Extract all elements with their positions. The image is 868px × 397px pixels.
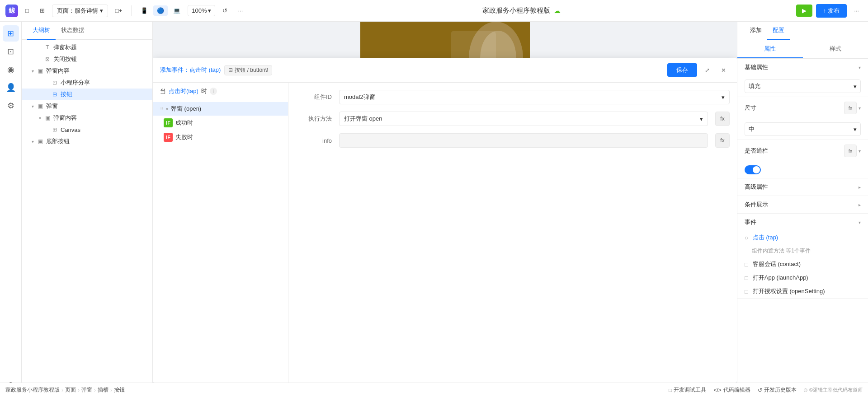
debug-tool-btn[interactable]: □ 开发调试工具: [669, 386, 706, 394]
step-expand-arrow[interactable]: ▾: [166, 107, 168, 112]
field-value-component-id[interactable]: modal2弹窗 ▾: [339, 90, 730, 104]
tree-arrow-modal[interactable]: ▾: [29, 103, 36, 110]
breadcrumb-2[interactable]: 页面: [65, 386, 76, 394]
tree-item-modal-title[interactable]: ▸ T 弹窗标题: [22, 42, 152, 53]
toolbar-more-btn[interactable]: ···: [850, 5, 863, 16]
props-event-launchapp[interactable]: □ 打开App (launchApp): [737, 271, 868, 285]
props-row-fill: 填充 ▾: [737, 76, 868, 97]
props-section-conditional-header[interactable]: 条件展示 ▸: [737, 196, 868, 213]
field-input-info[interactable]: [339, 133, 708, 148]
event-branch-success[interactable]: IF 成功时: [153, 116, 288, 130]
field-value-text-component-id: modal2弹窗: [344, 93, 375, 101]
tree-arrow-modal-content[interactable]: ▾: [29, 67, 36, 75]
props-section-navbar-header[interactable]: 是否通栏 fx ▾: [737, 140, 868, 162]
tree-icon-close-btn: ⊠: [43, 55, 52, 63]
field-fx-method[interactable]: fx: [715, 112, 730, 126]
tree-item-bottom-btn[interactable]: ▾ ▣ 底部按钮: [22, 135, 152, 147]
mobile-view-btn[interactable]: 📱: [137, 5, 151, 16]
props-section-size-header[interactable]: 尺寸 fx ▾: [737, 97, 868, 119]
props-section-basic-header[interactable]: 基础属性 ▾: [737, 59, 868, 76]
props-event-tap[interactable]: ○ 点击 (tap): [737, 231, 868, 244]
component-view-icon: ⊞: [40, 7, 45, 14]
tree-item-modal-content[interactable]: ▾ ▣ 弹窗内容: [22, 65, 152, 77]
close-button[interactable]: ✕: [717, 64, 730, 76]
tab-state-data[interactable]: 状态数据: [56, 22, 90, 40]
tree-arrow-modal-content2[interactable]: ▾: [36, 114, 43, 121]
props-section-advanced-header[interactable]: 高级属性 ▸: [737, 178, 868, 196]
navbar-toggle[interactable]: [745, 165, 761, 174]
tree-arrow-bottom-btn[interactable]: ▾: [29, 138, 36, 145]
component-view-btn[interactable]: ⊞: [36, 5, 48, 16]
watermark-text: ©逻辑主宰低代码布道师: [809, 387, 863, 393]
tab-config[interactable]: 配置: [767, 22, 790, 40]
props-size-fx[interactable]: fx: [844, 102, 857, 114]
desktop-view-btn[interactable]: 💻: [170, 5, 184, 16]
tab-add[interactable]: 添加: [745, 22, 767, 40]
history-btn[interactable]: ↺ 开发历史版本: [758, 386, 797, 394]
page-selector[interactable]: 页面：服务详情 ▾: [52, 5, 108, 17]
sidebar-components-icon[interactable]: ⊡: [3, 43, 19, 60]
zoom-selector[interactable]: 100% ▾: [188, 5, 215, 16]
tree-item-modal[interactable]: ▾ ▣ 弹窗: [22, 100, 152, 112]
tree-item-canvas[interactable]: ▸ ⊞ Canvas ≡ ⚡: [22, 124, 152, 135]
props-section-navbar: 是否通栏 fx ▾: [737, 140, 868, 178]
field-label-component-id: 组件ID: [296, 93, 332, 101]
history-icon: ↺: [758, 387, 762, 393]
event-editor-title: 添加事件：点击时 (tap): [160, 66, 221, 74]
code-editor-btn[interactable]: </> 代码编辑器: [713, 386, 750, 394]
logo[interactable]: 鲸: [5, 5, 18, 17]
tree-item-mini-share[interactable]: ▸ ⊡ 小程序分享 ≡: [22, 77, 152, 89]
sidebar-data-icon[interactable]: ◉: [3, 61, 19, 78]
tab-style[interactable]: 样式: [803, 40, 868, 58]
tab-outline-tree[interactable]: 大纲树: [27, 22, 56, 40]
run-button[interactable]: ▶: [796, 5, 812, 17]
tablet-view-btn[interactable]: 🔵: [153, 5, 168, 16]
props-navbar-fx[interactable]: fx: [844, 145, 857, 157]
tree-item-modal-content2[interactable]: ▾ ▣ 弹窗内容: [22, 112, 152, 124]
tree-icon-button: ⊟: [51, 90, 59, 98]
event-trigger-suffix: 时: [201, 87, 207, 95]
props-size-select[interactable]: 中 ▾: [745, 122, 861, 136]
page-view-btn[interactable]: □: [22, 5, 33, 16]
sidebar-users-icon[interactable]: 👤: [3, 79, 19, 96]
breadcrumb-1[interactable]: 家政服务小程序教程版: [5, 386, 60, 394]
cloud-icon: ☁: [554, 7, 561, 15]
props-section-basic-label: 基础属性: [745, 63, 768, 71]
field-label-info: info: [296, 137, 332, 144]
step-drag-handle[interactable]: ⠿: [160, 107, 163, 112]
event-trigger-info[interactable]: i: [210, 88, 217, 95]
resize-icon[interactable]: ⤢: [701, 64, 713, 76]
sidebar-settings-icon[interactable]: ⚙: [3, 98, 19, 114]
props-section-navbar-arrow: ▾: [859, 149, 861, 154]
event-editor-body: 当 点击时(tap) 时 i ⠿ ▾ 弹窗 (open) IF 成功时: [153, 83, 737, 383]
refresh-btn[interactable]: ↺: [219, 5, 231, 16]
breadcrumb-4[interactable]: 插槽: [98, 386, 108, 394]
more-btn[interactable]: ···: [235, 5, 247, 16]
save-button[interactable]: 保存: [667, 63, 697, 77]
publish-button[interactable]: ↑ 发布: [816, 4, 847, 18]
breadcrumb-3[interactable]: 弹窗: [81, 386, 92, 394]
tree-item-close-btn[interactable]: ▸ ⊠ 关闭按钮 ⚡: [22, 53, 152, 65]
watermark: © ©逻辑主宰低代码布道师: [804, 387, 863, 393]
sidebar-pages-icon[interactable]: ⊞: [3, 25, 19, 42]
tree-item-button[interactable]: ▸ ⊟ 按钮 ⚡: [22, 89, 152, 100]
props-fill-select[interactable]: 填充 ▾: [745, 79, 861, 93]
breadcrumb-5[interactable]: 按钮: [114, 386, 125, 394]
badge-icon: ⊟: [228, 67, 233, 73]
event-step-modal-open[interactable]: ⠿ ▾ 弹窗 (open): [153, 102, 288, 116]
props-section-events-arrow: ▾: [859, 220, 861, 225]
field-fx-info[interactable]: fx: [715, 133, 730, 148]
event-editor-header: 添加事件：点击时 (tap) ⊟ 按钮 / button9 保存 ⤢ ✕: [153, 58, 737, 83]
tab-attr[interactable]: 属性: [737, 40, 803, 58]
event-branch-fail[interactable]: IF 失败时: [153, 130, 288, 145]
props-event-contact[interactable]: □ 客服会话 (contact): [737, 257, 868, 271]
props-event-opensetting[interactable]: □ 打开授权设置 (openSetting): [737, 285, 868, 298]
publish-icon: ↑: [823, 7, 826, 14]
code-editor-label: 代码编辑器: [723, 386, 750, 394]
field-value-method[interactable]: 打开弹窗 open ▾: [339, 112, 708, 126]
field-method-chevron: ▾: [700, 116, 703, 122]
new-page-btn[interactable]: □+: [112, 5, 126, 16]
props-section-events-header[interactable]: 事件 ▾: [737, 214, 868, 231]
page-view-icon: □: [25, 7, 29, 14]
props-event-tap-icon: ○: [745, 234, 748, 241]
